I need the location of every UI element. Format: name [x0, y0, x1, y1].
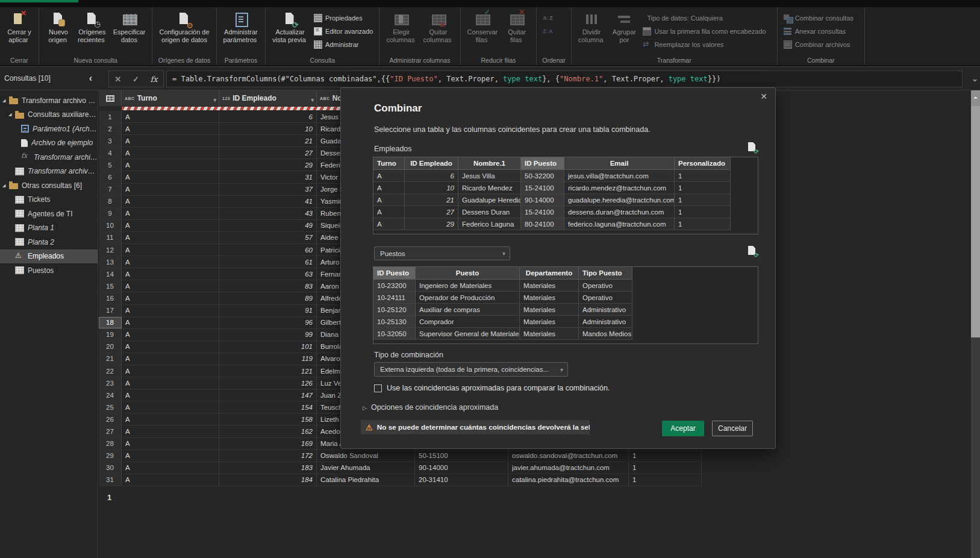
grid-cell[interactable]: 121 [219, 365, 317, 377]
grid-row-number[interactable]: 11 [99, 232, 122, 243]
dialog-table-cell[interactable]: jesus.villa@tractchun.com [564, 170, 675, 182]
grid-cell[interactable]: 154 [219, 401, 317, 413]
dialog-table-cell[interactable]: Materiales [520, 292, 579, 304]
collapse-pane-icon[interactable] [89, 73, 92, 84]
dialog-table-cell[interactable]: Auxiliar de compras [416, 304, 520, 316]
ribbon-button-properties[interactable]: Propiedades [312, 11, 375, 24]
dialog-table-column-header[interactable]: Turno [373, 157, 405, 170]
grid-cell[interactable]: A [122, 171, 219, 183]
grid-cell[interactable]: 90-14000 [415, 462, 508, 474]
grid-cell[interactable]: A [122, 389, 219, 401]
grid-column-header[interactable]: 123ID Empleado [219, 90, 317, 106]
grid-cell[interactable]: oswaldo.sandoval@tractchun.com [508, 450, 629, 462]
ribbon-button-append-queries[interactable]: Anexar consultas [782, 25, 860, 37]
grid-row-number[interactable]: 23 [99, 377, 122, 389]
dialog-table-cell[interactable]: 1 [675, 182, 731, 194]
ribbon-button-remove-columns[interactable]: Quitarcolumnas [420, 9, 455, 55]
grid-cell[interactable]: javier.ahumada@tractchun.com [508, 462, 629, 474]
sidebar-item-archivo-de-ejemplo[interactable]: Archivo de ejemplo [0, 136, 98, 151]
grid-row-number[interactable]: 18 [99, 317, 122, 328]
ribbon-button-refresh-preview[interactable]: Actualizarvista previa [270, 9, 310, 55]
ribbon-button-data-type[interactable]: Tipo de datos: Cualquiera [641, 11, 772, 24]
formula-input[interactable]: = Table.TransformColumns(#"Columnas comb… [166, 71, 963, 87]
grid-cell[interactable]: A [122, 159, 219, 171]
fuzzy-options-expander[interactable]: Opciones de coincidencia aproximada [363, 403, 498, 412]
dialog-table-cell[interactable]: Materiales [520, 316, 579, 328]
dialog-table-cell[interactable]: 15-24100 [521, 182, 564, 194]
grid-cell[interactable]: 183 [219, 462, 317, 474]
dialog-table-cell[interactable]: 1 [675, 194, 731, 206]
dialog-table-cell[interactable]: 1 [675, 206, 731, 218]
dialog-table-cell[interactable]: 27 [405, 206, 458, 218]
dialog-table-cell[interactable]: Guadalupe Heredia [458, 194, 521, 206]
dialog-table-cell[interactable]: A [373, 206, 405, 218]
grid-cell[interactable]: 1 [629, 462, 702, 474]
sidebar-item-tickets[interactable]: Tickets [0, 193, 98, 207]
grid-row-number[interactable]: 10 [99, 220, 122, 231]
grid-row-number[interactable]: 6 [99, 171, 122, 183]
dialog-table-column-header[interactable]: Tipo Puesto [579, 267, 632, 280]
refresh-table-icon[interactable] [748, 142, 758, 153]
dialog-table-cell[interactable]: 15-24100 [521, 206, 564, 218]
dialog-table-cell[interactable]: 1 [675, 170, 731, 182]
grid-row-number[interactable]: 5 [99, 159, 122, 171]
grid-cell[interactable]: 21 [219, 135, 317, 146]
dialog-table-cell[interactable]: Operativo [579, 280, 632, 292]
grid-row-number[interactable]: 31 [99, 474, 122, 486]
cancel-formula-icon[interactable] [114, 74, 121, 84]
grid-cell[interactable]: 83 [219, 280, 317, 292]
grid-cell[interactable]: Catalina Piedrahita [317, 474, 415, 486]
ribbon-button-manage-parameters[interactable]: Administrarparámetros [221, 9, 261, 55]
dialog-table-cell[interactable]: Administrativo [579, 316, 632, 328]
grid-cell[interactable]: 41 [219, 196, 317, 207]
grid-cell[interactable]: 184 [219, 474, 317, 486]
dialog-table-cell[interactable]: Materiales [520, 304, 579, 316]
dialog-table-cell[interactable]: Administrativo [579, 304, 632, 316]
sidebar-item-agentes-de-ti[interactable]: Agentes de TI [0, 207, 98, 221]
scroll-up-button[interactable] [971, 90, 980, 106]
grid-cell[interactable]: 29 [219, 159, 317, 171]
grid-row-number[interactable]: 25 [99, 401, 122, 413]
grid-row-number[interactable]: 30 [99, 462, 122, 474]
sidebar-item-planta-1[interactable]: Planta 1 [0, 221, 98, 236]
grid-cell[interactable]: 27 [219, 147, 317, 158]
grid-cell[interactable]: 101 [219, 341, 317, 353]
grid-cell[interactable]: 96 [219, 317, 317, 328]
grid-cell[interactable]: A [122, 135, 219, 146]
sidebar-item-transformar-archivo-root[interactable]: ◢Transformar archivo de... [0, 93, 98, 108]
dialog-table-cell[interactable]: Dessens Duran [458, 206, 521, 218]
ribbon-button-manage-query[interactable]: Administrar [312, 38, 375, 51]
sidebar-item-empleados[interactable]: Empleados [0, 249, 98, 264]
dialog-table-column-header[interactable]: Departamento [520, 267, 579, 280]
dialog-table-cell[interactable]: Federico Laguna [458, 218, 521, 230]
dialog-table-cell[interactable]: 80-24100 [521, 218, 564, 230]
ribbon-button-remove-rows[interactable]: Quitarfilas [502, 9, 532, 55]
sidebar-item-transformar-archivo-fn[interactable]: Transformar archivo [0, 150, 98, 165]
grid-row-number[interactable]: 28 [99, 438, 122, 450]
grid-row-number[interactable]: 29 [99, 450, 122, 462]
scrollbar-thumb[interactable] [971, 106, 980, 337]
refresh-table-icon[interactable] [748, 246, 758, 257]
ribbon-button-group-by[interactable]: Agruparpor [609, 9, 639, 55]
dialog-table-column-header[interactable]: Nombre.1 [458, 157, 521, 170]
dialog-table-cell[interactable]: Comprador [416, 316, 520, 328]
grid-row-number[interactable]: 14 [99, 268, 122, 280]
ribbon-button-sort-ascending[interactable] [541, 11, 561, 24]
grid-row-number[interactable]: 19 [99, 329, 122, 340]
grid-row-number[interactable]: 8 [99, 196, 122, 207]
commit-formula-icon[interactable] [133, 74, 139, 84]
ribbon-button-sort-descending[interactable] [541, 25, 561, 37]
dialog-table-column-header[interactable]: Puesto [416, 267, 520, 280]
grid-row-number[interactable]: 20 [99, 341, 122, 353]
grid-cell[interactable]: A [122, 438, 219, 450]
dialog-table-cell[interactable]: 10-25130 [373, 316, 416, 328]
select-all-columns-button[interactable] [99, 90, 122, 106]
grid-cell[interactable]: catalina.piedrahita@tractchun.com [508, 474, 629, 486]
grid-cell[interactable]: 50-15100 [415, 450, 508, 462]
expander-icon[interactable]: ◢ [2, 183, 9, 188]
sidebar-item-transformar-archivo-tabla[interactable]: Transformar archivo de... [0, 165, 98, 179]
grid-row-number[interactable]: 21 [99, 353, 122, 365]
dialog-table-column-header[interactable]: Personalizado [675, 157, 731, 170]
grid-cell[interactable]: A [122, 365, 219, 377]
grid-row-number[interactable]: 1 [99, 111, 122, 122]
